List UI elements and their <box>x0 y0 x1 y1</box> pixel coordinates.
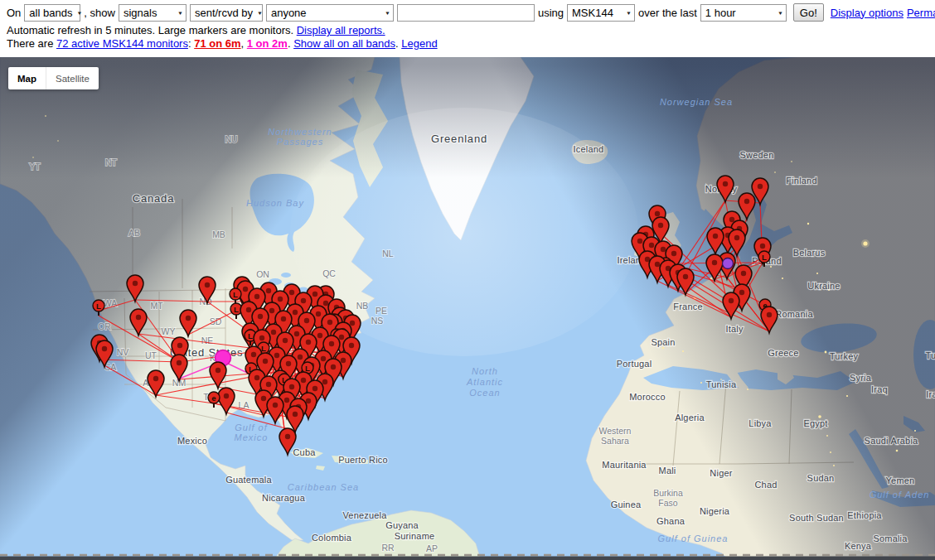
monitors-6m-link[interactable]: 71 on 6m <box>194 37 240 50</box>
band-select[interactable]: all bands ▼ <box>24 4 80 22</box>
chevron-down-icon: ▼ <box>76 10 82 15</box>
map-label: Morocco <box>629 392 666 402</box>
map-label: Hudson Bay <box>246 198 304 208</box>
map-label: South Sudan <box>789 513 844 523</box>
map-label: UT <box>145 350 157 360</box>
map-label: Kenya <box>845 541 872 551</box>
map-label: Spain <box>651 337 675 347</box>
display-all-reports-link[interactable]: Display all reports. <box>297 24 385 36</box>
query-toolbar: On all bands ▼ , show signals ▼ sent/rcv… <box>7 3 935 22</box>
svg-text:L: L <box>96 302 101 311</box>
map-label: Western <box>599 426 632 436</box>
header: On all bands ▼ , show signals ▼ sent/rcv… <box>0 0 935 57</box>
map-label: Atlantic <box>466 377 503 387</box>
show-all-bands-link[interactable]: Show all on all bands <box>293 37 395 50</box>
show-label: , show <box>84 7 115 19</box>
map-label: Northwestern <box>268 127 332 137</box>
chevron-down-icon: ▼ <box>626 10 632 15</box>
map-label: Norwegian Sea <box>660 97 733 107</box>
active-monitors-link[interactable]: 72 active MSK144 monitors <box>56 37 188 50</box>
map-label: Gulf of Guinea <box>658 533 729 543</box>
map-label: Burkina <box>653 488 683 498</box>
map-label: Niger <box>710 468 732 478</box>
map-label: Saudi Arabia <box>865 436 918 446</box>
map-label: Belarus <box>793 248 826 258</box>
map-label: Cuba <box>293 447 316 457</box>
map-label: Ghana <box>656 516 686 526</box>
there-are-text: There are <box>7 37 56 50</box>
map-label: Venezuela <box>342 510 387 520</box>
map-label: Iceland <box>574 144 604 154</box>
svg-text:L: L <box>261 344 266 353</box>
period-select[interactable]: 1 hour ▼ <box>700 4 787 22</box>
svg-text:L: L <box>305 364 310 373</box>
anyone-select[interactable]: anyone ▼ <box>266 4 394 22</box>
chevron-down-icon: ▼ <box>385 10 390 15</box>
go-button[interactable]: Go! <box>793 3 824 22</box>
legend-link[interactable]: Legend <box>401 37 437 50</box>
status-line-2: There are 72 active MSK144 monitors: 71 … <box>7 37 438 50</box>
monitors-2m-link[interactable]: 1 on 2m <box>247 37 288 50</box>
map-label: OR <box>98 321 111 331</box>
map-label: NU <box>225 134 237 144</box>
display-what-select[interactable]: signals ▼ <box>119 4 187 22</box>
map-label: Ocean <box>469 388 500 398</box>
map-label: PE <box>375 306 387 316</box>
map-label: MT <box>150 301 163 311</box>
map-label: Sweden <box>740 150 774 160</box>
map-label: SD <box>210 316 222 326</box>
map-label: Ukraine <box>807 281 840 291</box>
map-label: Nigeria <box>700 506 730 516</box>
map-label: Syria <box>850 373 872 383</box>
map-label: NT <box>105 157 118 167</box>
map-label: NS <box>371 316 384 326</box>
map-label: Yemen <box>886 476 915 485</box>
mode-select[interactable]: MSK144 ▼ <box>567 4 635 22</box>
map-label: Colombia <box>312 533 352 543</box>
refresh-text: Automatic refresh in 5 minutes. Large ma… <box>7 24 297 36</box>
display-options-link[interactable]: Display options <box>831 7 904 19</box>
status-line-1: Automatic refresh in 5 minutes. Large ma… <box>7 24 385 36</box>
map-label: WY <box>162 326 176 336</box>
map-label: Guyana <box>385 520 419 530</box>
satellite-view-button[interactable]: Satellite <box>46 67 99 89</box>
map-label: NE <box>201 336 214 345</box>
map-label: NB <box>356 301 369 311</box>
map-label: Tunisia <box>706 379 737 389</box>
map-label: Somalia <box>873 533 908 543</box>
world-map[interactable]: Norwegian SeaNorthwesternPassagesHudson … <box>0 57 935 560</box>
chevron-down-icon: ▼ <box>778 10 783 15</box>
map-label: RR <box>381 543 395 553</box>
map-label: Guatemala <box>225 475 272 485</box>
map-canvas[interactable]: Map Satellite <box>0 57 935 560</box>
map-label: Portugal <box>617 359 652 369</box>
map-label: WA <box>104 298 118 308</box>
map-label: AB <box>128 228 140 238</box>
map-label: Romania <box>775 309 813 319</box>
map-view-button[interactable]: Map <box>8 67 46 89</box>
map-label: YT <box>29 162 41 171</box>
map-type-control: Map Satellite <box>8 67 99 89</box>
map-label: France <box>673 302 702 311</box>
map-label: Greece <box>768 348 798 358</box>
map-label: AP <box>426 543 438 553</box>
map-label: Passages <box>277 137 323 147</box>
map-bottom-edge <box>0 557 935 560</box>
chevron-down-icon: ▼ <box>177 10 183 15</box>
map-label: Mauritania <box>602 460 647 470</box>
map-label: Ira <box>926 389 935 399</box>
map-label: Gulf of <box>235 422 267 432</box>
map-label: Finland <box>786 176 816 186</box>
callsign-input[interactable] <box>397 4 535 22</box>
svg-text:L: L <box>248 331 253 340</box>
report-marker-purple[interactable] <box>723 258 734 269</box>
permalink-link[interactable]: Permalink <box>907 7 935 19</box>
map-label: Sudan <box>807 473 835 483</box>
sent-rcvd-select[interactable]: sent/rcvd by ▼ <box>190 4 263 22</box>
map-label: Egypt <box>803 418 827 428</box>
map-label: Iraq <box>871 384 888 394</box>
map-label: Mexico <box>177 436 207 446</box>
svg-text:L: L <box>233 290 238 299</box>
map-label: QC <box>322 268 336 278</box>
map-label: Mexico <box>235 432 269 442</box>
